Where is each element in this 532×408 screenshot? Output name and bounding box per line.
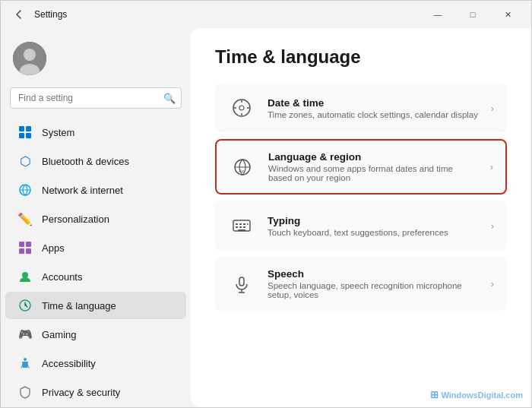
nav-privacy[interactable]: Privacy & security xyxy=(5,378,186,406)
page-title: Time & language xyxy=(215,46,507,68)
nav-gaming-label: Gaming xyxy=(42,329,77,340)
datetime-text: Date & time Time zones, automatic clock … xyxy=(268,97,479,119)
typing-chevron: › xyxy=(491,220,494,232)
typing-title: Typing xyxy=(268,215,479,226)
speech-desc: Speech language, speech recognition micr… xyxy=(268,281,479,299)
speech-icon xyxy=(228,270,255,298)
typing-text: Typing Touch keyboard, text suggestions,… xyxy=(268,215,479,237)
search-icon: 🔍 xyxy=(163,93,176,104)
datetime-desc: Time zones, automatic clock settings, ca… xyxy=(268,110,479,119)
window-title: Settings xyxy=(34,9,67,20)
accounts-icon xyxy=(17,269,33,284)
window-controls: — □ ✕ xyxy=(420,2,525,27)
nav-network[interactable]: Network & internet xyxy=(5,176,186,204)
svg-rect-7 xyxy=(19,242,24,247)
svg-rect-30 xyxy=(239,226,242,228)
svg-rect-29 xyxy=(236,226,238,228)
speech-text: Speech Speech language, speech recogniti… xyxy=(268,268,479,299)
apps-icon xyxy=(17,240,33,255)
settings-list: Date & time Time zones, automatic clock … xyxy=(215,83,507,311)
nav-bluetooth[interactable]: ⬡ Bluetooth & devices xyxy=(5,147,186,175)
svg-rect-24 xyxy=(233,220,250,231)
nav-time[interactable]: Time & language xyxy=(5,292,186,319)
setting-item-language[interactable]: Az Language & region Windows and some ap… xyxy=(215,139,507,195)
personalization-icon: ✏️ xyxy=(17,211,33,226)
title-bar-left: Settings xyxy=(10,5,67,24)
svg-rect-26 xyxy=(239,223,242,225)
svg-rect-33 xyxy=(239,277,244,286)
search-box: 🔍 xyxy=(10,87,182,109)
gaming-icon: 🎮 xyxy=(17,327,33,342)
svg-rect-25 xyxy=(236,223,238,225)
nav-network-label: Network & internet xyxy=(42,185,123,196)
nav-accounts[interactable]: Accounts xyxy=(5,263,186,290)
avatar-area xyxy=(1,34,191,87)
main-content: Time & language xyxy=(191,28,531,407)
datetime-chevron: › xyxy=(491,103,494,114)
svg-rect-3 xyxy=(19,126,24,131)
avatar[interactable] xyxy=(13,42,46,75)
nav-bluetooth-label: Bluetooth & devices xyxy=(42,156,129,167)
privacy-icon xyxy=(17,384,33,400)
minimize-button[interactable]: — xyxy=(420,2,455,27)
language-title: Language & region xyxy=(268,151,478,163)
setting-item-datetime[interactable]: Date & time Time zones, automatic clock … xyxy=(215,83,507,133)
close-button[interactable]: ✕ xyxy=(490,2,525,27)
network-icon xyxy=(17,182,33,198)
svg-rect-28 xyxy=(247,223,249,225)
svg-point-13 xyxy=(24,358,27,361)
search-input[interactable] xyxy=(10,87,182,109)
time-icon xyxy=(17,298,33,313)
svg-point-1 xyxy=(24,49,36,61)
svg-point-16 xyxy=(239,106,244,110)
nav-accessibility[interactable]: Accessibility xyxy=(5,349,186,377)
speech-chevron: › xyxy=(491,278,494,289)
svg-rect-32 xyxy=(238,229,245,231)
nav-accessibility-label: Accessibility xyxy=(42,358,96,369)
svg-point-11 xyxy=(22,272,28,278)
title-bar: Settings — □ ✕ xyxy=(1,1,531,28)
speech-title: Speech xyxy=(268,268,479,280)
language-icon: Az xyxy=(229,153,256,181)
maximize-button[interactable]: □ xyxy=(455,2,490,27)
svg-rect-9 xyxy=(19,248,24,254)
svg-rect-6 xyxy=(26,133,31,138)
language-desc: Windows and some apps format dates and t… xyxy=(268,164,478,182)
nav-time-label: Time & language xyxy=(42,300,116,312)
settings-window: Settings — □ ✕ 🔍 xyxy=(0,0,532,408)
language-chevron: › xyxy=(490,161,493,172)
nav-personalization-label: Personalization xyxy=(42,213,109,225)
nav-gaming[interactable]: 🎮 Gaming xyxy=(5,321,186,348)
system-icon xyxy=(17,125,33,140)
language-text: Language & region Windows and some apps … xyxy=(268,151,478,182)
svg-rect-10 xyxy=(26,248,31,254)
svg-rect-31 xyxy=(243,226,245,228)
accessibility-icon xyxy=(17,356,33,371)
svg-rect-27 xyxy=(243,223,245,225)
sidebar: 🔍 System ⬡ Bluetooth & devices Network &… xyxy=(1,28,191,407)
nav-privacy-label: Privacy & security xyxy=(42,387,120,398)
nav-system[interactable]: System xyxy=(5,119,186,146)
datetime-title: Date & time xyxy=(268,97,479,109)
svg-rect-5 xyxy=(19,133,24,138)
app-body: 🔍 System ⬡ Bluetooth & devices Network &… xyxy=(1,28,531,407)
svg-rect-8 xyxy=(26,242,31,247)
svg-rect-4 xyxy=(26,126,31,131)
datetime-icon xyxy=(228,94,255,122)
setting-item-typing[interactable]: Typing Touch keyboard, text suggestions,… xyxy=(215,201,507,251)
nav-accounts-label: Accounts xyxy=(42,271,82,283)
nav-system-label: System xyxy=(42,127,74,138)
typing-desc: Touch keyboard, text suggestions, prefer… xyxy=(268,228,479,237)
nav-apps[interactable]: Apps xyxy=(5,234,186,261)
setting-item-speech[interactable]: Speech Speech language, speech recogniti… xyxy=(215,257,507,311)
nav-apps-label: Apps xyxy=(42,242,65,254)
typing-icon xyxy=(228,212,255,239)
bluetooth-icon: ⬡ xyxy=(17,153,33,169)
nav-personalization[interactable]: ✏️ Personalization xyxy=(5,205,186,232)
back-button[interactable] xyxy=(10,5,28,24)
svg-text:Az: Az xyxy=(239,169,244,173)
